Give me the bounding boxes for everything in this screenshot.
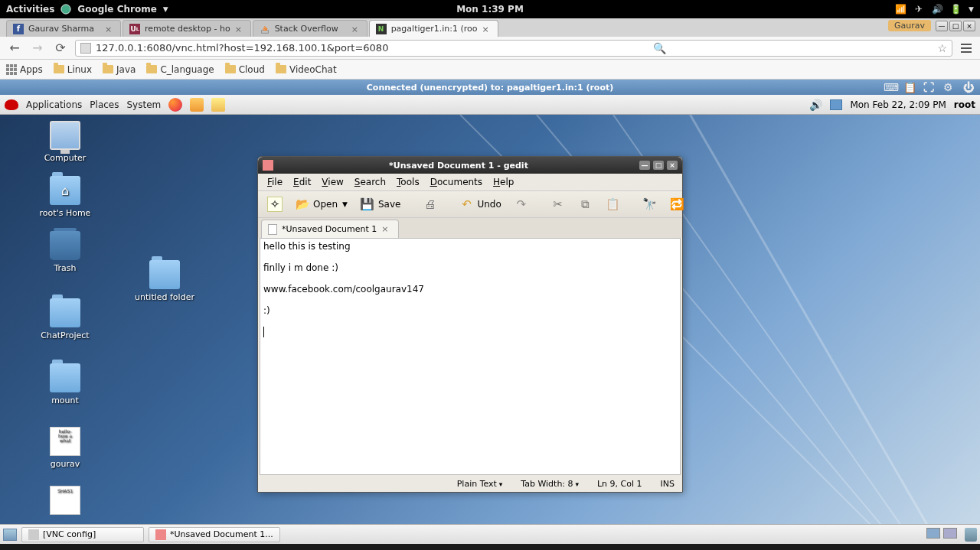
window-minimize[interactable]: — xyxy=(936,21,948,31)
remote-network-icon[interactable] xyxy=(830,99,842,110)
desktop-icon-sha51[interactable]: SHA51 xyxy=(31,486,100,518)
forward-button[interactable]: → xyxy=(29,40,46,57)
firefox-launcher[interactable] xyxy=(168,98,182,112)
copy-button[interactable]: ⧉ xyxy=(573,194,598,215)
chrome-profile-badge[interactable]: Gaurav xyxy=(888,20,931,31)
desktop-icon-gourav[interactable]: hello- how a whatgourav xyxy=(31,427,100,469)
folder-icon xyxy=(146,65,157,73)
bookmark-linux[interactable]: Linux xyxy=(54,64,92,75)
airplane-icon[interactable]: ✈ xyxy=(913,4,924,15)
folder-icon xyxy=(50,298,80,327)
gedit-close[interactable]: × xyxy=(667,161,678,170)
menu-view[interactable]: View xyxy=(317,175,348,189)
folder-icon xyxy=(149,260,180,289)
bookmark-videochat[interactable]: VideoChat xyxy=(276,64,337,75)
applications-menu[interactable]: Applications xyxy=(26,99,82,110)
desktop-icon-computer[interactable]: Computer xyxy=(31,121,100,163)
desktop-icon-chatproject[interactable]: ChatProject xyxy=(31,298,100,340)
window-maximize[interactable]: □ xyxy=(949,21,962,31)
url-search-icon[interactable]: 🔍 xyxy=(653,42,666,54)
workspace-2[interactable] xyxy=(943,528,957,539)
gedit-window[interactable]: *Unsaved Document 1 - gedit — □ × File E… xyxy=(257,156,683,493)
remote-clock[interactable]: Mon Feb 22, 2:09 PM xyxy=(850,99,946,110)
site-info-icon[interactable] xyxy=(80,43,91,54)
cut-button[interactable]: ✂ xyxy=(546,194,570,215)
vnc-keyboard-icon[interactable]: ⌨ xyxy=(884,81,896,93)
redo-button[interactable]: ↷ xyxy=(509,194,534,215)
battery-icon[interactable]: 🔋 xyxy=(950,4,961,15)
textfile-icon: hello- how a what xyxy=(50,427,80,456)
notes-launcher[interactable] xyxy=(211,98,225,112)
save-button[interactable]: 💾Save xyxy=(355,194,405,215)
status-language[interactable]: Plain Text xyxy=(457,479,503,489)
open-button[interactable]: 📂Open▼ xyxy=(290,194,352,215)
find-replace-button[interactable]: 🔁 xyxy=(665,194,690,215)
remote-user[interactable]: root xyxy=(954,99,975,110)
menu-tools[interactable]: Tools xyxy=(392,175,424,189)
bookmark-star-icon[interactable]: ☆ xyxy=(937,42,947,54)
status-tabwidth[interactable]: Tab Width: 8 xyxy=(521,479,579,489)
browser-tab-4[interactable]: N pagaltiger1.in:1 (roo × xyxy=(369,20,498,37)
remote-volume-icon[interactable]: 🔊 xyxy=(809,99,822,111)
vnc-clipboard-icon[interactable]: 📋 xyxy=(903,81,916,93)
print-button[interactable]: 🖨 xyxy=(417,194,442,215)
menu-help[interactable]: Help xyxy=(488,175,518,189)
browser-tab-3[interactable]: Stack Overflow × xyxy=(253,20,368,37)
evolution-launcher[interactable] xyxy=(190,98,204,112)
tab-close-icon[interactable]: × xyxy=(235,24,244,34)
menu-file[interactable]: File xyxy=(263,175,287,189)
bookmark-java[interactable]: Java xyxy=(103,64,136,75)
taskbar-entry-gedit[interactable]: *Unsaved Document 1... xyxy=(149,527,280,542)
places-menu[interactable]: Places xyxy=(90,99,119,110)
paste-button[interactable]: 📋 xyxy=(601,194,626,215)
app-icon xyxy=(28,529,39,540)
gedit-text-area[interactable]: hello this is testing finlly i m done :)… xyxy=(260,238,681,475)
taskbar-entry-vnc[interactable]: [VNC config] xyxy=(21,527,144,542)
menu-search[interactable]: Search xyxy=(350,175,390,189)
activities-button[interactable]: Activities xyxy=(6,4,54,15)
undo-button[interactable]: ↶Undo xyxy=(454,194,505,215)
desktop-icon-untitled[interactable]: untitled folder xyxy=(130,260,199,302)
show-desktop-button[interactable] xyxy=(3,529,17,541)
system-menu[interactable]: System xyxy=(126,99,161,110)
menu-documents[interactable]: Documents xyxy=(426,175,487,189)
tab-close-icon[interactable]: × xyxy=(351,24,361,34)
save-floppy-icon: 💾 xyxy=(360,197,375,212)
volume-icon[interactable]: 🔊 xyxy=(932,4,942,15)
network-icon[interactable]: 📶 xyxy=(895,4,906,15)
reload-button[interactable]: ⟳ xyxy=(52,40,69,57)
gedit-maximize[interactable]: □ xyxy=(653,161,664,170)
new-button[interactable]: ✧ xyxy=(263,194,287,215)
remote-desktop-area[interactable]: Computer ⌂root's Home Trash ChatProject … xyxy=(0,115,980,524)
find-button[interactable]: 🔭 xyxy=(638,194,662,215)
vnc-disconnect-icon[interactable]: ⏻ xyxy=(963,81,975,93)
gedit-minimize[interactable]: — xyxy=(639,161,650,170)
gedit-title-text: *Unsaved Document 1 - gedit xyxy=(278,161,639,171)
desktop-icon-trash[interactable]: Trash xyxy=(31,231,100,273)
chrome-menu-button[interactable] xyxy=(959,44,974,53)
vnc-settings-icon[interactable]: ⚙ xyxy=(943,81,956,93)
apps-bookmark[interactable]: Apps xyxy=(6,64,43,75)
window-close[interactable]: × xyxy=(963,21,975,31)
browser-tab-2[interactable]: UL remote desktop - ho × xyxy=(122,20,251,37)
gedit-document-tabs: *Unsaved Document 1 × xyxy=(258,218,682,238)
address-bar[interactable]: 127.0.0.1:6080/vnc.html?host=192.168.100… xyxy=(75,40,952,57)
bookmark-cloud[interactable]: Cloud xyxy=(225,64,265,75)
document-tab-close[interactable]: × xyxy=(381,224,392,235)
menu-edit[interactable]: Edit xyxy=(289,175,315,189)
vnc-fullscreen-icon[interactable]: ⛶ xyxy=(923,81,936,93)
document-tab[interactable]: *Unsaved Document 1 × xyxy=(261,220,399,238)
desktop-icon-mount[interactable]: mount xyxy=(31,363,100,405)
back-button[interactable]: ← xyxy=(6,40,23,57)
distro-icon[interactable] xyxy=(5,99,18,110)
desktop-icon-home[interactable]: ⌂root's Home xyxy=(31,176,100,218)
tab-close-icon[interactable]: × xyxy=(105,24,114,34)
gedit-titlebar[interactable]: *Unsaved Document 1 - gedit — □ × xyxy=(258,157,682,174)
workspace-1[interactable] xyxy=(926,528,940,539)
trash-applet[interactable] xyxy=(965,528,977,542)
bookmark-c-language[interactable]: C_language xyxy=(146,64,214,75)
active-app-name[interactable]: Google Chrome xyxy=(77,4,157,15)
host-clock[interactable]: Mon 1:39 PM xyxy=(456,4,524,15)
browser-tab-1[interactable]: f Gaurav Sharma × xyxy=(6,20,121,37)
tab-close-icon[interactable]: × xyxy=(482,24,492,34)
